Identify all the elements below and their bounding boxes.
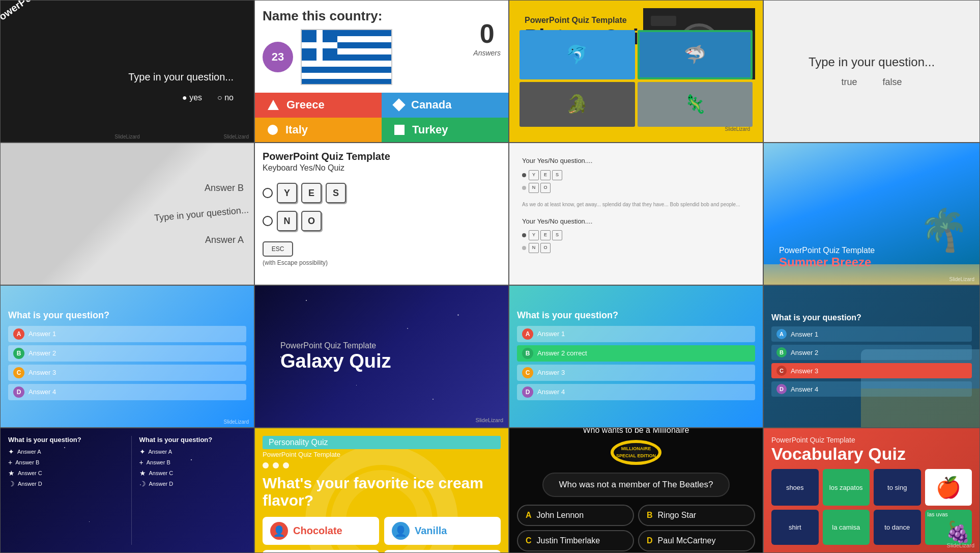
o-key[interactable]: O bbox=[301, 211, 322, 231]
palm-tree-icon: 🌴 bbox=[918, 206, 969, 254]
answer-turkey[interactable]: Turkey bbox=[382, 118, 508, 143]
beach-answer-d[interactable]: D Answer 4 bbox=[517, 384, 755, 400]
country-title: Name this country: bbox=[263, 8, 383, 24]
option-fruity[interactable]: 👤 something fruity bbox=[263, 550, 379, 553]
ice-cream-options: 👤 Chocolate 👤 Vanilla 👤 something fruity… bbox=[263, 517, 501, 553]
answer-letter-c: C bbox=[13, 367, 24, 378]
galaxy-right-c[interactable]: ★Answer C bbox=[139, 469, 247, 477]
galaxy-right-question: What is your question? ✦Answer A +Answer… bbox=[131, 436, 247, 545]
answer-bar-a[interactable]: A Answer 1 bbox=[8, 326, 246, 342]
s-key[interactable]: S bbox=[326, 183, 346, 203]
summer-sl-logo: SlideLizard bbox=[949, 276, 974, 282]
galaxy-right-a[interactable]: ✦Answer A bbox=[139, 448, 247, 456]
millionaire-question: Who was not a member of The Beatles? bbox=[542, 473, 729, 497]
beach-answer-c[interactable]: C Answer 3 bbox=[517, 365, 755, 381]
personality-question: What's your favorite ice cream flavor? bbox=[263, 475, 501, 509]
circle-icon bbox=[268, 125, 278, 135]
beach-answer-b-correct[interactable]: B Answer 2 correct bbox=[517, 345, 755, 362]
mill-answer-d[interactable]: D Paul McCartney bbox=[638, 530, 755, 551]
dark-answer-a[interactable]: A Answer 1 bbox=[771, 326, 972, 342]
galaxy-left-d[interactable]: ☽Answer D bbox=[8, 480, 124, 488]
galaxy-left-question: What is your question? ✦Answer A +Answer… bbox=[8, 436, 124, 545]
vocab-to-dance[interactable]: to dance bbox=[874, 510, 921, 545]
diamond-icon bbox=[392, 99, 405, 112]
esc-key[interactable]: ESC bbox=[263, 241, 293, 257]
n-key[interactable]: N bbox=[277, 211, 297, 231]
mill-answer-b[interactable]: B Ringo Star bbox=[638, 505, 755, 526]
beach-dark-question: What is your question? bbox=[771, 313, 972, 322]
dots-indicator bbox=[263, 462, 501, 468]
text-chocolate: Chocolate bbox=[293, 525, 342, 537]
yes-no-text-cell: Your Yes/No question.... Y E S N O As we… bbox=[509, 143, 763, 285]
summer-template-label: PowerPoint Quiz Template bbox=[779, 246, 875, 255]
beach-dark-cell: What is your question? A Answer 1 B Answ… bbox=[763, 285, 980, 428]
question-text: Type in your question... bbox=[1, 71, 234, 83]
vocab-la-camisa[interactable]: la camisa bbox=[823, 510, 870, 545]
galaxy-title: Galaxy Quiz bbox=[280, 350, 391, 372]
beach-answer-a[interactable]: A Answer 1 bbox=[517, 326, 755, 342]
dark-letter-c: C bbox=[776, 366, 787, 376]
answer-canada[interactable]: Canada bbox=[382, 93, 508, 118]
slidelizard-logo-left: SlideLizard bbox=[114, 134, 139, 140]
beach-letter-d: D bbox=[522, 386, 533, 398]
answer-bar-c[interactable]: C Answer 3 bbox=[8, 365, 246, 381]
slidelizard-logo-right: SlideLizard bbox=[224, 134, 249, 140]
keyboard-yes-no-cell: PowerPoint Quiz Template Keyboard Yes/No… bbox=[254, 143, 509, 285]
option-true[interactable]: true bbox=[841, 77, 857, 88]
answer-bar-d[interactable]: D Answer 4 bbox=[8, 384, 246, 400]
slidelizard-logo: SlideLizard bbox=[725, 126, 750, 132]
escape-note: (with Escape possibility) bbox=[263, 259, 328, 266]
mill-letter-c: C bbox=[526, 536, 532, 545]
millionaire-logo: MILLIONAIRE SPECIAL EDITION bbox=[611, 440, 661, 465]
vocab-shirt[interactable]: shirt bbox=[771, 510, 819, 545]
vocab-shoes[interactable]: shoes bbox=[771, 469, 819, 506]
option-other[interactable]: 👤 other bbox=[384, 550, 501, 553]
summer-quiz-name: Summer Breeze bbox=[779, 255, 875, 269]
millionaire-answers: A John Lennon B Ringo Star C Justin Timb… bbox=[517, 505, 755, 551]
beach-dark-content: What is your question? A Answer 1 B Answ… bbox=[771, 313, 972, 400]
mill-letter-a: A bbox=[526, 511, 532, 520]
e-key[interactable]: E bbox=[301, 183, 322, 203]
galaxy-right-d[interactable]: ☽Answer D bbox=[139, 480, 247, 488]
option-yes[interactable]: ● yes bbox=[182, 93, 202, 102]
question-sl-logo: SlideLizard bbox=[224, 419, 249, 425]
option-vanilla[interactable]: 👤 Vanilla bbox=[384, 517, 501, 545]
true-false-question: Type in your question... bbox=[809, 55, 935, 69]
summer-question-title: What is your question? bbox=[8, 310, 246, 321]
option-false[interactable]: false bbox=[883, 77, 902, 88]
keyboard-quiz-subtitle: Keyboard Yes/No Quiz bbox=[263, 163, 501, 173]
yes-radio[interactable] bbox=[263, 188, 273, 198]
answer-bar-b[interactable]: B Answer 2 bbox=[8, 345, 246, 362]
answer-italy[interactable]: Italy bbox=[255, 118, 382, 143]
yn-row-3: Y E S bbox=[522, 230, 750, 240]
galaxy-left-c[interactable]: ★Answer C bbox=[8, 469, 124, 477]
vocab-apple-image[interactable]: 🍎 bbox=[925, 469, 972, 506]
beach-question-title: What is your question? bbox=[517, 310, 755, 321]
mill-answer-a[interactable]: A John Lennon bbox=[517, 505, 634, 526]
answer-b-label: Answer B bbox=[154, 183, 244, 193]
avatar-chocolate: 👤 bbox=[270, 522, 288, 540]
summer-question-cell: What is your question? A Answer 1 B Answ… bbox=[0, 285, 254, 428]
vocab-los-zapatos[interactable]: los zapatos bbox=[823, 469, 870, 506]
text-content: As we do at least know, get away... sple… bbox=[522, 201, 750, 209]
dark-answer-c-wrong[interactable]: C Answer 3 bbox=[771, 363, 972, 378]
dark-answer-d[interactable]: D Answer 4 bbox=[771, 381, 972, 397]
mill-answer-c[interactable]: C Justin Timberlake bbox=[517, 530, 634, 551]
galaxy-left-b[interactable]: +Answer B bbox=[8, 458, 124, 466]
mill-letter-d: D bbox=[647, 536, 653, 545]
personality-subtitle: PowerPoint Quiz Template bbox=[263, 451, 501, 458]
millionaire-logo-text: MILLIONAIRE SPECIAL EDITION bbox=[614, 443, 658, 462]
vocab-grapes-image[interactable]: las uvas 🍇 bbox=[925, 510, 972, 545]
answer-greece[interactable]: Greece bbox=[255, 93, 382, 118]
true-false-options: true false bbox=[841, 77, 902, 88]
option-no[interactable]: ○ no bbox=[217, 93, 234, 102]
dark-answer-b[interactable]: B Answer 2 bbox=[771, 345, 972, 360]
galaxy-right-b[interactable]: +Answer B bbox=[139, 458, 247, 466]
galaxy-left-a[interactable]: ✦Answer A bbox=[8, 448, 124, 456]
y-key[interactable]: Y bbox=[277, 183, 297, 203]
question-number: 23 bbox=[263, 42, 293, 72]
text-vanilla: Vanilla bbox=[415, 525, 447, 537]
vocab-to-sing[interactable]: to sing bbox=[874, 469, 921, 506]
option-chocolate[interactable]: 👤 Chocolate bbox=[263, 517, 379, 545]
no-radio[interactable] bbox=[263, 216, 273, 226]
